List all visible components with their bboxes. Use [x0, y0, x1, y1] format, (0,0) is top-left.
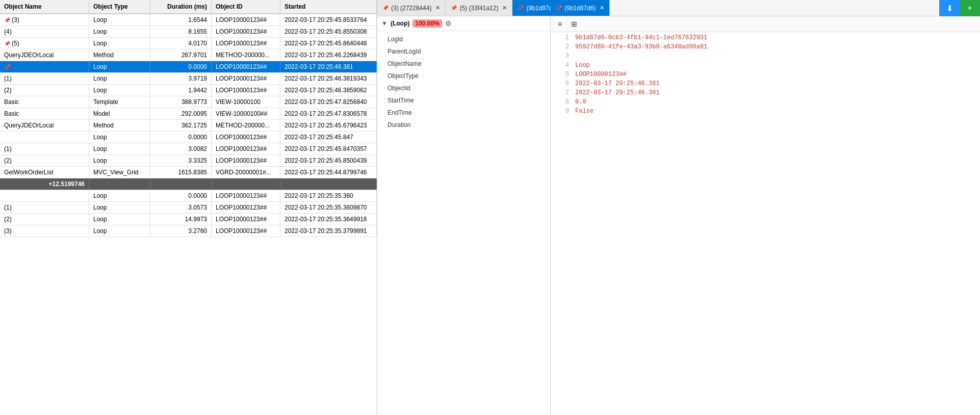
right-panel: 📌 (9b1d87d6) ✕ ⬇ + ≡ ⊞ 19b1d87d6-0cb3-4f…	[551, 0, 980, 415]
table-row[interactable]: (2) Loop 14.9973 LOOP10000123## 2022-03-…	[0, 214, 377, 225]
col-header-started: Started	[280, 0, 377, 13]
cell-type: Loop	[89, 225, 150, 237]
loop-pct: 100.00%	[412, 19, 442, 28]
tree-item[interactable]: ParentLogId	[377, 45, 550, 58]
xml-line: 3	[551, 53, 980, 62]
tab-27228444[interactable]: 📌 (3) (27228444) ✕	[377, 0, 446, 16]
line-number: 8	[555, 98, 569, 108]
table-row[interactable]: Loop 0.0000 LOOP10000123## 2022-03-17 20…	[0, 190, 377, 202]
tree-item[interactable]: StartTime	[377, 94, 550, 107]
cell-name: (4)	[0, 26, 89, 37]
cell-objid: LOOP10000123##	[212, 225, 280, 237]
cell-started: 2022-03-17 20:25:35.3649918	[280, 214, 377, 225]
cell-type: MVC_View_Grid	[89, 167, 150, 178]
table-row[interactable]: (2) Loop 1.9442 LOOP10000123## 2022-03-1…	[0, 85, 377, 96]
list-view-button[interactable]: ≡	[554, 18, 566, 30]
cell-duration: 1615.8385	[150, 167, 212, 178]
cell-objid: METHOD-200000...	[212, 49, 280, 61]
xml-content: 19b1d87d6-0cb3-4fb1-94c1-1ed767632931295…	[551, 32, 980, 415]
table-row[interactable]: Basic Model 292.0095 VIEW-10000100## 202…	[0, 108, 377, 120]
xml-value: LOOP10000123##	[575, 71, 627, 80]
table-row[interactable]: (4) Loop 8.1655 LOOP10000123## 2022-03-1…	[0, 26, 377, 38]
xml-line: 80.0	[551, 98, 980, 108]
cell-started: 2022-03-17 20:25:45.8533764	[280, 14, 377, 25]
table-body[interactable]: 📌(3) Loop 1.6544 LOOP10000123## 2022-03-…	[0, 14, 377, 415]
cell-duration: 267.9701	[150, 49, 212, 61]
cell-type: Method	[89, 120, 150, 131]
tab-pin-icon-3: 📌	[518, 5, 524, 11]
xml-value: Loop	[575, 62, 590, 71]
line-number: 1	[555, 34, 569, 43]
table-row[interactable]: Basic Template 388.9773 VIEW-10000100 20…	[0, 96, 377, 108]
cell-name: QueryJDEOrLocal	[0, 120, 89, 131]
tree-item[interactable]: Duration	[377, 119, 550, 131]
table-row[interactable]: (3) Loop 3.2760 LOOP10000123## 2022-03-1…	[0, 225, 377, 237]
gear-icon[interactable]: ⚙	[445, 19, 452, 28]
col-header-duration: Duration (ms)	[150, 0, 212, 13]
cell-type: Loop	[89, 38, 150, 49]
xml-value: 9b1d87d6-0cb3-4fb1-94c1-1ed767632931	[575, 34, 707, 43]
line-number: 4	[555, 62, 569, 71]
cell-started: 2022-03-17 20:25:46.3859062	[280, 85, 377, 96]
cell-name: GetWorkOrderList	[0, 167, 89, 178]
cell-objid: LOOP10000123##	[212, 143, 280, 154]
cell-duration: 0.0000	[150, 190, 212, 201]
tree-item[interactable]: ObjectName	[377, 58, 550, 70]
right-download-button[interactable]: ⬇	[939, 0, 960, 16]
tab-close-2[interactable]: ✕	[502, 5, 507, 11]
table-row[interactable]: Loop 0.0000 LOOP10000123## 2022-03-17 20…	[0, 132, 377, 143]
cell-name: 📌(3)	[0, 14, 89, 25]
table-row[interactable]: GetWorkOrderList MVC_View_Grid 1615.8385…	[0, 167, 377, 178]
cell-started: 2022-03-17 20:25:35.360	[280, 190, 377, 201]
tab-33f41a12[interactable]: 📌 (5) (33f41a12) ✕	[446, 0, 512, 16]
cell-objid: LOOP10000123##	[212, 61, 280, 72]
table-row[interactable]: +12.5199746	[0, 178, 377, 190]
loop-bar: ▼ (Loop) 100.00% ⚙	[377, 16, 550, 31]
loop-label: (Loop)	[391, 20, 409, 27]
cell-objid: LOOP10000123##	[212, 85, 280, 96]
table-row[interactable]: (1) Loop 3.9719 LOOP10000123## 2022-03-1…	[0, 73, 377, 85]
right-tab-9b1d87d6[interactable]: 📌 (9b1d87d6) ✕	[551, 0, 610, 16]
cell-type: Loop	[89, 61, 150, 72]
cell-name	[0, 190, 89, 201]
tree-item[interactable]: EndTime	[377, 107, 550, 119]
tab-label-1: (3) (27228444)	[391, 5, 431, 12]
table-row[interactable]: 📌(5) Loop 4.0170 LOOP10000123## 2022-03-…	[0, 38, 377, 49]
xml-line: 295927d80-41fe-43a3-93b0-a6340ad90a81	[551, 43, 980, 53]
right-tab-label: (9b1d87d6)	[564, 5, 596, 12]
cell-started: 2022-03-17 20:25:44.8799746	[280, 167, 377, 178]
tree-body[interactable]: LogIdParentLogIdObjectNameObjectTypeObje…	[377, 31, 550, 415]
cell-duration: 4.0170	[150, 38, 212, 49]
table-row[interactable]: (2) Loop 3.3325 LOOP10000123## 2022-03-1…	[0, 155, 377, 167]
table-row[interactable]: QueryJDEOrLocal Method 267.9701 METHOD-2…	[0, 49, 377, 61]
cell-started: 2022-03-17 20:25:45.847	[280, 132, 377, 143]
cell-duration: 14.9973	[150, 214, 212, 225]
cell-objid: VIEW-10000100##	[212, 108, 280, 119]
table-row[interactable]: QueryJDEOrLocal Method 362.1725 METHOD-2…	[0, 120, 377, 132]
table-row[interactable]: 📌 Loop 0.0000 LOOP10000123## 2022-03-17 …	[0, 61, 377, 73]
cell-name: QueryJDEOrLocal	[0, 49, 89, 61]
table-row[interactable]: (1) Loop 3.0082 LOOP10000123## 2022-03-1…	[0, 143, 377, 155]
cell-objid: LOOP10000123##	[212, 202, 280, 213]
tree-item[interactable]: ObjectId	[377, 82, 550, 94]
cell-name: (1)	[0, 202, 89, 213]
table-row[interactable]: 📌(3) Loop 1.6544 LOOP10000123## 2022-03-…	[0, 14, 377, 26]
col-header-objid: Object ID	[212, 0, 280, 13]
cell-name: (1)	[0, 143, 89, 154]
cell-duration: 3.0082	[150, 143, 212, 154]
tree-item[interactable]: ObjectType	[377, 70, 550, 82]
cell-type: Loop	[89, 155, 150, 166]
collapse-icon[interactable]: ▼	[381, 20, 388, 27]
grid-view-button[interactable]: ⊞	[568, 18, 580, 30]
tree-item[interactable]: LogId	[377, 33, 550, 45]
table-header: Object Name Object Type Duration (ms) Ob…	[0, 0, 377, 14]
right-add-button[interactable]: +	[960, 0, 980, 16]
cell-name: (1)	[0, 73, 89, 84]
xml-value: 2022-03-17 20:25:46.381	[575, 80, 660, 89]
xml-value: 0.0	[575, 98, 586, 108]
cell-type: Method	[89, 49, 150, 61]
cell-name: Basic	[0, 108, 89, 119]
right-tab-close[interactable]: ✕	[600, 5, 604, 11]
table-row[interactable]: (1) Loop 3.0573 LOOP10000123## 2022-03-1…	[0, 202, 377, 214]
tab-close-1[interactable]: ✕	[435, 5, 440, 11]
